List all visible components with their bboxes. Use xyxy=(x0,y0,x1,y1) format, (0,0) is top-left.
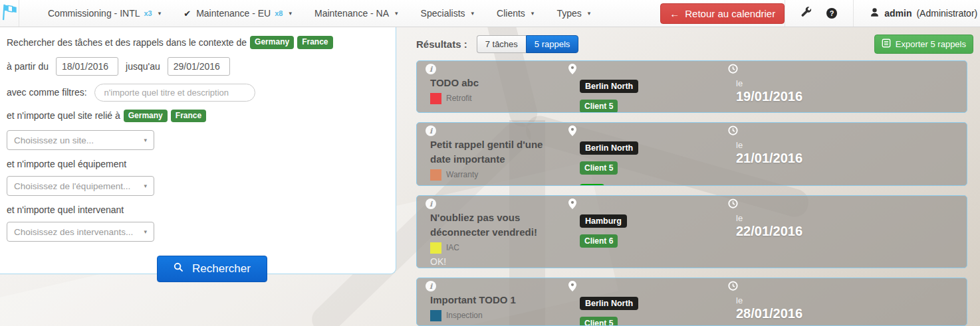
clock-icon xyxy=(728,125,738,138)
chevron-down-icon: ▾ xyxy=(471,10,475,17)
results-tabs: 7 tâches 5 rappels xyxy=(477,35,579,53)
site-badge: Berlin North xyxy=(580,141,638,155)
site-badge-germany: Germany xyxy=(124,110,168,123)
type-label: Retrofit xyxy=(446,94,472,103)
map-pin-icon xyxy=(568,281,576,294)
context-label: Rechercher des tâches et des rappels dan… xyxy=(7,37,247,48)
reminder-title: TODO abc xyxy=(430,76,479,90)
tab-reminders[interactable]: 5 rappels xyxy=(526,35,578,53)
info-icon[interactable]: i xyxy=(426,125,436,136)
app-logo[interactable] xyxy=(0,0,19,27)
chevron-down-icon: ▾ xyxy=(144,228,147,235)
help-icon[interactable]: ? xyxy=(826,8,837,19)
export-button-label: Exporter 5 rappels xyxy=(896,39,966,49)
card-location-column: Berlin North Client 5 xyxy=(568,64,728,113)
context-badge-germany: Germany xyxy=(250,36,294,49)
info-icon[interactable]: i xyxy=(426,281,436,291)
title-filter-input[interactable] xyxy=(94,84,255,102)
site-badge: Berlin North xyxy=(580,80,638,93)
search-button[interactable]: Rechercher xyxy=(157,256,267,282)
export-button[interactable]: Exporter 5 rappels xyxy=(874,35,973,54)
nav-item-label: Specialists xyxy=(421,8,465,19)
type-label: Inspection xyxy=(446,311,483,320)
nav-item-commissioning-intl[interactable]: Commissioning - INTL x3 ▾ xyxy=(37,0,172,27)
info-icon[interactable]: i xyxy=(426,64,436,74)
nav-item-clients[interactable]: Clients ▾ xyxy=(485,0,545,27)
site-badge: Berlin North xyxy=(580,297,638,310)
reminder-card[interactable]: i Petit rappel gentil d'une date importa… xyxy=(416,122,967,186)
search-panel: Rechercher des tâches et des rappels dan… xyxy=(0,27,396,274)
chevron-down-icon: ▾ xyxy=(588,10,591,17)
nav-item-label: Commissioning - INTL xyxy=(48,8,140,19)
clock-icon xyxy=(728,199,738,211)
app-window: Commissioning - INTL x3 ▾ ✔ Maintenance … xyxy=(0,0,980,326)
results-section: Résultats : 7 tâches 5 rappels Exporter … xyxy=(396,27,980,326)
staff-select[interactable]: Choisissez des intervenants... ▾ xyxy=(7,222,154,242)
type-label: IAC xyxy=(446,243,459,252)
card-date-column: le 22/01/2016 xyxy=(728,199,967,268)
card-info-column: i N'oubliez pas vous déconnecter vendred… xyxy=(426,199,568,268)
card-location-column: Berlin North Client 5 xyxy=(568,281,728,326)
chevron-down-icon: ▾ xyxy=(158,10,162,17)
map-pin-icon xyxy=(568,125,576,139)
reminder-date: 19/01/2016 xyxy=(736,89,802,104)
site-select[interactable]: Choisissez un site... ▾ xyxy=(7,130,154,150)
nav-menu: Commissioning - INTL x3 ▾ ✔ Maintenance … xyxy=(37,0,602,27)
card-badges: Berlin North Client 5 xyxy=(580,297,638,326)
reminder-date: 28/01/2016 xyxy=(736,306,802,321)
info-icon[interactable]: i xyxy=(426,199,436,209)
reminder-title: N'oubliez pas vous déconnecter vendredi! xyxy=(430,210,560,240)
site-badge: Hamburg xyxy=(580,214,627,228)
map-pin-icon xyxy=(568,64,576,77)
reminder-type-row: Warranty xyxy=(430,169,478,181)
type-label: Warranty xyxy=(446,170,478,179)
context-row: Rechercher des tâches et des rappels dan… xyxy=(7,36,396,49)
user-menu[interactable]: admin (Administrator) ▾ xyxy=(853,0,980,27)
client-badge: Client 5 xyxy=(580,161,618,175)
tab-tasks[interactable]: 7 tâches xyxy=(477,35,526,53)
card-date-column: le 28/01/2016 xyxy=(728,281,967,326)
date-prefix: le xyxy=(736,295,743,305)
results-header: Résultats : 7 tâches 5 rappels Exporter … xyxy=(416,35,973,54)
clock-icon xyxy=(728,281,738,293)
nav-item-maintenance-eu[interactable]: ✔ Maintenance - EU x8 ▾ xyxy=(172,0,303,27)
to-date-label: jusqu'au xyxy=(126,61,160,72)
reminder-card[interactable]: i Important TODO 1 Inspection Berlin Nor… xyxy=(416,278,967,326)
reminder-card[interactable]: i N'oubliez pas vous déconnecter vendred… xyxy=(416,195,967,268)
user-role: (Administrator) xyxy=(916,8,977,19)
date-prefix: le xyxy=(736,78,743,88)
filters-label: avec comme filtres: xyxy=(7,87,87,98)
reminder-list: i TODO abc Retrofit Berlin North Client … xyxy=(416,60,967,326)
equipment-select[interactable]: Choisissez de l'équipement... ▾ xyxy=(7,176,154,196)
nav-item-label: Maintenance - EU xyxy=(196,8,271,19)
staff-select-value: Choisissez des intervenants... xyxy=(14,227,133,237)
from-date-input[interactable] xyxy=(56,57,118,76)
info-icon-glyph: i xyxy=(429,127,432,135)
info-icon-glyph: i xyxy=(429,65,432,74)
back-to-calendar-label: Retour au calendrier xyxy=(685,8,775,19)
card-info-column: i Important TODO 1 Inspection xyxy=(426,281,568,326)
nav-item-maintenance-na[interactable]: Maintenance - NA ▾ xyxy=(303,0,410,27)
card-date-column: le 19/01/2016 xyxy=(728,64,967,113)
flag-icon xyxy=(0,2,19,25)
wrench-icon[interactable] xyxy=(801,7,812,20)
reminder-type-row: Inspection xyxy=(430,310,483,321)
reminder-date: 21/01/2016 xyxy=(736,151,802,166)
nav-item-types[interactable]: Types ▾ xyxy=(545,0,602,27)
site-filter-label: et n'importe quel site relié à xyxy=(7,110,120,121)
chevron-down-icon: ▾ xyxy=(395,10,398,17)
nav-item-count: x3 xyxy=(144,9,152,17)
arrow-left-icon: ← xyxy=(670,8,679,19)
reminder-card[interactable]: i TODO abc Retrofit Berlin North Client … xyxy=(416,60,967,113)
date-range-row: à partir du jusqu'au xyxy=(7,57,396,76)
chevron-down-icon: ▾ xyxy=(289,10,292,17)
chevron-down-icon: ▾ xyxy=(144,183,147,189)
help-icon-glyph: ? xyxy=(830,9,834,17)
search-icon xyxy=(174,262,184,276)
user-name: admin xyxy=(884,8,912,19)
to-date-input[interactable] xyxy=(168,57,230,76)
info-icon-glyph: i xyxy=(429,200,432,208)
nav-item-specialists[interactable]: Specialists ▾ xyxy=(410,0,485,27)
back-to-calendar-button[interactable]: ← Retour au calendrier xyxy=(660,3,785,24)
site-context-row: et n'importe quel site relié à Germany F… xyxy=(7,110,396,123)
